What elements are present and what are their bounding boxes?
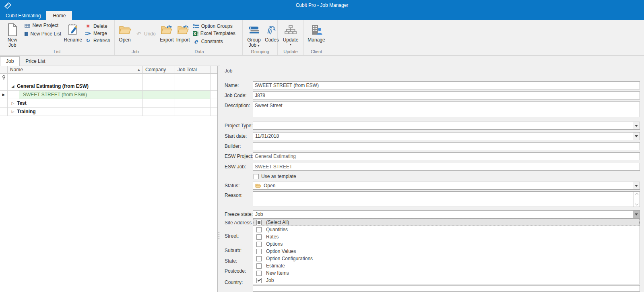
ribbon-group-label: List [0,49,114,55]
ribbon-group-label: Grouping [243,49,277,55]
checkbox-icon [256,271,262,276]
status-dropdown-button[interactable] [633,182,640,189]
update-orgchart-icon [285,22,297,37]
expand-group-icon[interactable]: ▷ [10,101,16,105]
freeze-state-label: Freeze state: [225,211,253,217]
esw-project-input[interactable] [253,152,640,160]
site-address-group-label: Site Address [225,220,252,226]
ribbon-group-label: Update [278,49,303,55]
description-label: Description: [225,103,250,108]
name-input[interactable] [253,81,640,89]
grid-filter-row[interactable] [0,74,217,82]
app-window: Cubit Pro - Job Manager Cubit Estimating… [0,0,644,292]
tab-job-list[interactable]: Job [0,56,20,66]
use-as-template-checkbox[interactable]: Use as template [254,174,296,179]
builder-input[interactable] [253,142,640,150]
filter-cell-company[interactable] [143,74,175,82]
undo-icon: ↶ [136,31,142,37]
group-row-general-estimating[interactable]: ◢ General Estimating (from ESW) [0,82,217,91]
collapse-group-icon[interactable]: ◢ [10,84,16,88]
delete-button[interactable]: ✖ Delete [85,23,112,29]
dropdown-item-job[interactable]: Job [253,277,640,284]
street-label: Street: [225,233,239,239]
start-date-label: Start date: [225,133,247,139]
manage-button[interactable]: Manage [306,22,326,43]
tab-price-list[interactable]: Price List [20,57,51,66]
group-job-icon [248,22,260,37]
import-button[interactable]: Import [175,22,191,43]
option-groups-icon [193,24,199,29]
country-label: Country: [225,280,243,285]
filter-cell-job-total[interactable] [175,74,211,82]
excel-templates-icon: X [193,31,198,36]
ribbon-group-job: Open ↶ Undo Job [115,20,156,55]
ribbon-group-grouping: Group Job ▾ Codes Grouping [243,20,278,55]
country-input[interactable] [253,285,640,292]
update-button[interactable]: Update ▾ [282,22,300,47]
group-row-training[interactable]: ▷ Training [0,108,217,116]
description-input[interactable]: Sweet Street [253,101,640,117]
start-date-dropdown-button[interactable] [633,133,640,140]
excel-templates-button[interactable]: X Excel Templates [193,31,234,36]
project-type-dropdown-button[interactable] [633,122,640,129]
start-date-combo[interactable]: 11/01/2018 [253,132,640,140]
column-header-job-total[interactable]: Job Total [175,66,211,74]
job-code-label: Job Code: [225,93,247,98]
reason-input[interactable] [253,191,640,207]
state-label: State: [225,258,237,264]
status-combo[interactable]: Open [253,182,640,190]
filter-cell-name[interactable] [8,74,143,82]
project-type-combo[interactable] [253,122,640,130]
job-row-sweet-street[interactable]: ▶ SWEET STREET (from ESW) [0,91,217,99]
ribbon-group-label: Data [156,49,242,55]
open-button[interactable]: Open [117,22,132,43]
builder-label: Builder: [225,143,241,149]
tab-cubit-estimating[interactable]: Cubit Estimating [0,11,46,20]
dropdown-item-option-values[interactable]: Option Values [253,248,640,255]
column-header-company[interactable]: Company [143,66,175,74]
rename-button[interactable]: Rename [63,22,83,43]
suburb-label: Suburb: [225,248,242,253]
dropdown-item-option-configurations[interactable]: Option Configurations [253,255,640,262]
form-group-job-label: Job [225,68,232,74]
dropdown-item-select-all[interactable]: (Select All) [253,219,640,226]
merge-button[interactable]: Merge [85,31,112,36]
open-folder-icon [118,22,131,37]
dropdown-item-quantities[interactable]: Quantities [253,226,640,233]
group-job-button[interactable]: Group Job ▾ [244,22,264,49]
dropdown-item-rates[interactable]: Rates [253,233,640,240]
reason-scroll-buttons[interactable] [633,192,640,207]
group-row-test[interactable]: ▷ Test [0,99,217,108]
dropdown-item-estimate[interactable]: Estimate [253,262,640,269]
freeze-state-combo[interactable]: Job [253,210,640,218]
dropdown-item-options[interactable]: Options [253,240,640,248]
refresh-button[interactable]: ↻ Refresh [85,38,112,43]
tab-home[interactable]: Home [46,11,72,20]
checkbox-indeterminate-icon [256,220,262,225]
job-code-input[interactable] [253,91,640,99]
focused-row-indicator-icon: ▶ [2,93,5,97]
option-groups-button[interactable]: Option Groups [193,23,234,29]
column-header-name[interactable]: Name▲ [8,66,143,74]
panel-splitter[interactable] [219,232,219,239]
job-detail-form: Job Name: Job Code: Description: Sweet S… [220,56,644,292]
freeze-state-dropdown-button[interactable] [633,211,640,218]
ribbon-group-data: Export Import Option Groups [156,20,243,55]
new-price-list-button[interactable]: New Price List [24,31,61,37]
rename-icon [67,22,78,37]
esw-job-input[interactable] [253,163,640,171]
expand-group-icon[interactable]: ▷ [10,110,16,114]
new-project-button[interactable]: New Project [24,23,61,28]
delete-icon: ✖ [85,23,91,29]
export-button[interactable]: Export [159,22,175,43]
name-label: Name: [225,83,239,88]
new-job-button[interactable]: New Job [2,22,23,48]
constants-icon: e [193,38,199,45]
dropdown-item-new-items[interactable]: New Items [253,269,640,277]
undo-button[interactable]: ↶ Undo [136,31,156,37]
ribbon-group-client: Manage Client [304,20,329,55]
ribbon-group-list: New Job New Project New Price List [0,20,115,55]
checkbox-icon [256,263,262,269]
constants-button[interactable]: e Constants [193,38,234,45]
update-dropdown-caret: ▾ [290,43,291,46]
